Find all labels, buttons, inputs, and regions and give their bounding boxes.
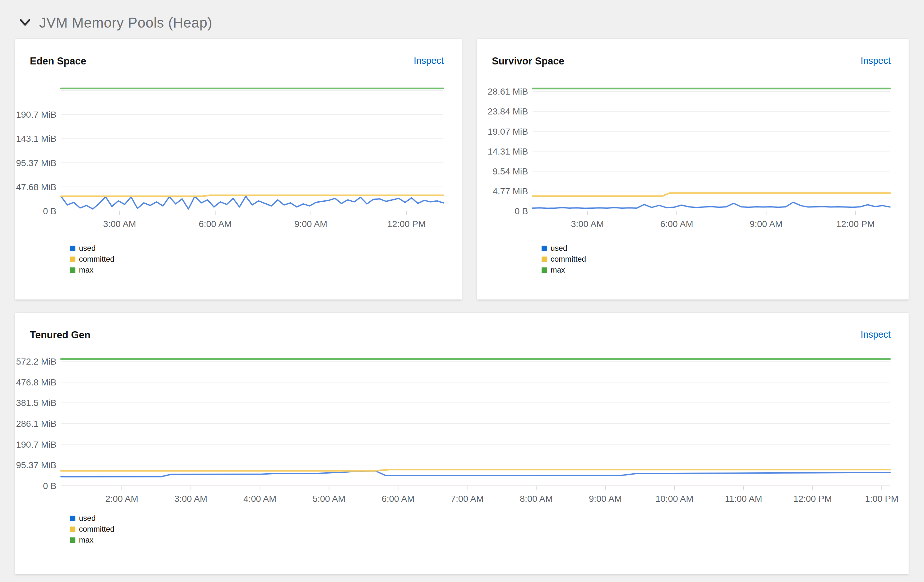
- svg-text:12:00 PM: 12:00 PM: [387, 219, 426, 229]
- svg-text:190.7 MiB: 190.7 MiB: [16, 440, 56, 450]
- svg-text:4:00 AM: 4:00 AM: [244, 494, 277, 504]
- legend-swatch-max: [70, 268, 75, 273]
- legend-swatch-committed: [70, 256, 75, 262]
- survivor-space-legend: usedcommittedmax: [541, 243, 586, 275]
- svg-text:12:00 PM: 12:00 PM: [836, 219, 874, 229]
- legend-swatch-used: [70, 246, 75, 251]
- legend-swatch-max: [70, 538, 75, 543]
- eden-space-legend: usedcommittedmax: [70, 243, 114, 275]
- tenured-gen-chart[interactable]: 0 B95.37 MiB190.7 MiB286.1 MiB381.5 MiB4…: [15, 312, 909, 574]
- chevron-down-icon[interactable]: [19, 19, 31, 26]
- svg-text:8:00 AM: 8:00 AM: [520, 494, 553, 504]
- section-toggle[interactable]: JVM Memory Pools (Heap): [19, 15, 213, 31]
- svg-text:572.2 MiB: 572.2 MiB: [16, 357, 56, 367]
- panel-header: Eden Space Inspect: [30, 56, 444, 67]
- section-title: JVM Memory Pools (Heap): [39, 15, 213, 31]
- svg-text:47.68 MiB: 47.68 MiB: [16, 182, 56, 192]
- legend-swatch-used: [541, 246, 547, 251]
- inspect-link[interactable]: Inspect: [861, 329, 891, 340]
- svg-text:143.1 MiB: 143.1 MiB: [16, 134, 56, 144]
- svg-text:3:00 AM: 3:00 AM: [103, 219, 136, 229]
- svg-text:5:00 AM: 5:00 AM: [312, 494, 345, 504]
- panel-title: Survivor Space: [492, 56, 564, 67]
- svg-text:23.84 MiB: 23.84 MiB: [488, 107, 528, 117]
- legend-swatch-committed: [541, 256, 547, 262]
- svg-text:286.1 MiB: 286.1 MiB: [16, 419, 56, 429]
- panel-header: Tenured Gen Inspect: [30, 329, 891, 341]
- svg-text:1:00 PM: 1:00 PM: [865, 494, 898, 504]
- legend-label-committed: committed: [551, 255, 586, 263]
- panel-tenured-gen: Tenured Gen Inspect 0 B95.37 MiB190.7 Mi…: [15, 312, 909, 574]
- legend-item-max[interactable]: max: [70, 265, 114, 275]
- svg-text:19.07 MiB: 19.07 MiB: [488, 127, 528, 136]
- legend-swatch-used: [70, 516, 75, 521]
- svg-text:9:00 AM: 9:00 AM: [589, 494, 622, 504]
- inspect-link[interactable]: Inspect: [861, 56, 891, 66]
- legend-label-max: max: [551, 266, 565, 275]
- legend-item-max[interactable]: max: [70, 534, 114, 546]
- svg-text:6:00 AM: 6:00 AM: [381, 494, 414, 504]
- svg-text:476.8 MiB: 476.8 MiB: [16, 377, 56, 387]
- svg-text:7:00 AM: 7:00 AM: [451, 494, 484, 504]
- panel-survivor-space: Survivor Space Inspect 0 B4.77 MiB9.54 M…: [477, 39, 909, 299]
- legend-item-used[interactable]: used: [541, 243, 586, 254]
- panel-title: Tenured Gen: [30, 329, 91, 341]
- svg-text:0 B: 0 B: [43, 481, 56, 491]
- svg-text:10:00 AM: 10:00 AM: [655, 494, 693, 504]
- legend-label-max: max: [79, 536, 93, 544]
- legend-label-used: used: [79, 514, 96, 523]
- svg-text:3:00 AM: 3:00 AM: [571, 219, 604, 229]
- svg-text:95.37 MiB: 95.37 MiB: [16, 158, 56, 168]
- svg-text:14.31 MiB: 14.31 MiB: [488, 146, 528, 156]
- tenured-gen-legend: usedcommittedmax: [70, 513, 114, 546]
- panel-title: Eden Space: [30, 56, 86, 67]
- svg-text:4.77 MiB: 4.77 MiB: [493, 186, 528, 196]
- legend-label-max: max: [79, 266, 93, 275]
- legend-item-committed[interactable]: committed: [70, 524, 114, 534]
- svg-text:190.7 MiB: 190.7 MiB: [16, 110, 56, 120]
- svg-text:381.5 MiB: 381.5 MiB: [16, 398, 56, 408]
- svg-text:3:00 AM: 3:00 AM: [174, 494, 207, 504]
- svg-text:6:00 AM: 6:00 AM: [199, 219, 232, 229]
- svg-text:2:00 AM: 2:00 AM: [105, 494, 138, 504]
- legend-item-used[interactable]: used: [70, 513, 114, 524]
- inspect-link[interactable]: Inspect: [414, 56, 444, 66]
- legend-swatch-max: [541, 268, 547, 273]
- legend-label-committed: committed: [79, 255, 114, 263]
- svg-text:9:00 AM: 9:00 AM: [749, 219, 782, 229]
- legend-item-committed[interactable]: committed: [70, 254, 114, 265]
- panel-eden-space: Eden Space Inspect 0 B47.68 MiB95.37 MiB…: [15, 39, 462, 299]
- svg-text:0 B: 0 B: [43, 206, 56, 216]
- legend-swatch-committed: [70, 526, 75, 532]
- panel-header: Survivor Space Inspect: [492, 56, 891, 67]
- svg-text:6:00 AM: 6:00 AM: [660, 219, 693, 229]
- legend-item-committed[interactable]: committed: [541, 254, 586, 265]
- legend-label-used: used: [551, 244, 567, 253]
- svg-text:11:00 AM: 11:00 AM: [725, 494, 762, 504]
- svg-text:28.61 MiB: 28.61 MiB: [488, 87, 528, 97]
- legend-label-used: used: [79, 244, 96, 253]
- legend-item-max[interactable]: max: [541, 265, 586, 275]
- legend-label-committed: committed: [79, 524, 114, 534]
- svg-text:95.37 MiB: 95.37 MiB: [16, 460, 56, 470]
- legend-item-used[interactable]: used: [70, 243, 114, 254]
- svg-text:9:00 AM: 9:00 AM: [294, 219, 327, 229]
- svg-text:0 B: 0 B: [515, 206, 528, 216]
- svg-text:9.54 MiB: 9.54 MiB: [493, 166, 528, 176]
- svg-text:12:00 PM: 12:00 PM: [794, 494, 832, 504]
